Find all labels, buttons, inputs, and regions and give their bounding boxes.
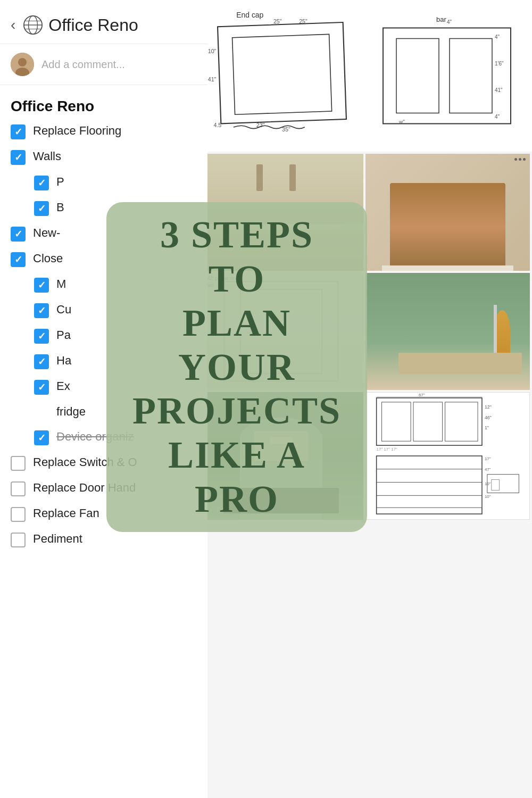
svg-text:4.5": 4.5" <box>213 122 223 128</box>
svg-text:67": 67" <box>419 393 425 397</box>
header: ‹ Office Reno <box>0 0 207 44</box>
section-title: Office Reno <box>0 85 207 123</box>
svg-rect-44 <box>492 480 500 491</box>
checkbox-closet[interactable] <box>11 252 26 267</box>
svg-text:1'6": 1'6" <box>495 61 504 66</box>
avatar <box>11 53 34 76</box>
item-text-replace-flooring: Replace Flooring <box>33 123 197 139</box>
svg-text:23": 23" <box>256 122 265 128</box>
svg-rect-29 <box>382 402 411 441</box>
checkbox-replace-flooring[interactable] <box>11 124 26 139</box>
svg-text:46": 46" <box>485 415 492 420</box>
item-text-pediment: Pediment <box>33 531 197 547</box>
checkbox-walls[interactable] <box>11 150 26 165</box>
checkbox-device[interactable] <box>34 430 49 445</box>
svg-rect-30 <box>413 402 443 441</box>
svg-text:End cap: End cap <box>236 11 263 19</box>
overlay-line4: LIKE A PRO <box>168 434 305 520</box>
checkbox-replace-switch[interactable] <box>11 456 26 471</box>
svg-text:w": w" <box>398 119 405 125</box>
svg-point-6 <box>18 58 27 66</box>
checkbox-ex[interactable] <box>34 380 49 395</box>
svg-text:35": 35" <box>282 127 290 133</box>
photo-technical-sketch: 12" 46" 1" 17" 17" 17" 67" 17" 47" <box>365 392 530 520</box>
checkbox-b[interactable] <box>34 201 49 216</box>
checkbox-ha[interactable] <box>34 354 49 369</box>
checklist-item-pediment[interactable]: Pediment <box>11 531 197 547</box>
svg-rect-20 <box>396 39 439 113</box>
checkbox-pa[interactable] <box>34 329 49 344</box>
svg-text:41": 41" <box>495 87 503 93</box>
svg-rect-19 <box>383 28 511 124</box>
comment-area[interactable]: Add a comment... <box>0 44 207 85</box>
header-title: Office Reno <box>48 15 138 35</box>
checkbox-replace-fan[interactable] <box>11 507 26 522</box>
item-text-p: P <box>56 174 197 190</box>
checkbox-cu[interactable] <box>34 303 49 318</box>
item-text-walls: Walls <box>33 149 197 164</box>
svg-text:1": 1" <box>485 425 489 430</box>
overlay-line2: PLAN YOUR <box>178 302 295 388</box>
svg-text:10": 10" <box>485 481 491 486</box>
svg-text:4": 4" <box>447 19 452 25</box>
svg-text:25": 25" <box>299 18 307 24</box>
svg-rect-10 <box>232 34 332 114</box>
comment-placeholder[interactable]: Add a comment... <box>41 59 125 71</box>
svg-rect-38 <box>377 456 482 514</box>
svg-text:17" 17" 17": 17" 17" 17" <box>377 447 397 452</box>
overlay-card: 3 STEPS TO PLAN YOUR PROJECTS LIKE A PRO <box>106 202 367 532</box>
svg-text:4": 4" <box>495 34 500 40</box>
checkbox-replace-door[interactable] <box>11 481 26 496</box>
photo-island <box>365 154 530 271</box>
svg-rect-28 <box>377 398 482 445</box>
svg-text:47": 47" <box>485 467 491 472</box>
checkbox-m[interactable] <box>34 278 49 293</box>
checkbox-new[interactable] <box>11 227 26 242</box>
overlay-line3: PROJECTS <box>132 389 341 432</box>
checkbox-pediment[interactable] <box>11 533 26 547</box>
svg-text:10": 10" <box>485 494 491 499</box>
svg-text:17": 17" <box>485 456 491 461</box>
svg-text:10": 10" <box>208 48 217 54</box>
svg-rect-21 <box>450 39 492 113</box>
sketch-end-cap: End cap 25" 25" 10" 41" 23" 35" 4.5" <box>202 5 362 146</box>
checkbox-p[interactable] <box>34 176 49 190</box>
back-button[interactable]: ‹ <box>11 16 15 34</box>
checklist-item-replace-flooring[interactable]: Replace Flooring <box>11 123 197 139</box>
svg-rect-31 <box>445 402 478 441</box>
checklist-item-walls[interactable]: Walls <box>11 149 197 165</box>
svg-text:bar: bar <box>436 15 446 23</box>
svg-text:12": 12" <box>485 404 492 410</box>
overlay-text: 3 STEPS TO PLAN YOUR PROJECTS LIKE A PRO <box>128 213 346 521</box>
sketch-bar: bar 4" 1'6" 41" 4" w" 4" <box>367 5 527 146</box>
svg-text:41": 41" <box>208 76 217 82</box>
checklist-item-p[interactable]: P <box>11 174 197 190</box>
svg-text:4": 4" <box>495 114 500 120</box>
overlay-line1: 3 STEPS TO <box>160 213 313 300</box>
globe-icon <box>23 15 43 35</box>
svg-text:25": 25" <box>273 18 282 24</box>
sketch-area: End cap 25" 25" 10" 41" 23" 35" 4.5" <box>197 0 532 152</box>
photo-office-room <box>365 273 530 390</box>
